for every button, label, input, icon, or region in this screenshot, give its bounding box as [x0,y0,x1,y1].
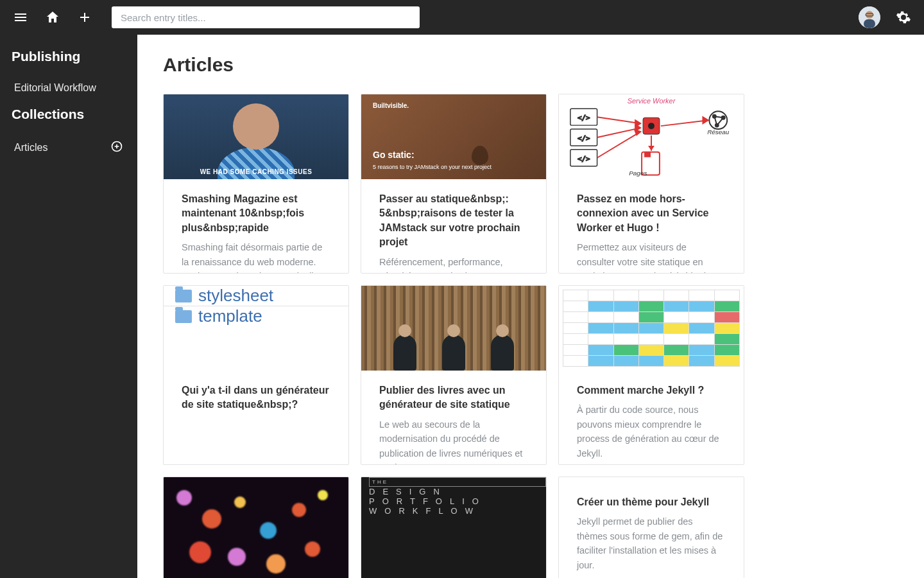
card-description: Le web au secours de la modernisation du… [379,417,528,464]
card-title: Passer au statique&nbsp;: 5&nbsp;raisons… [379,192,528,250]
article-card[interactable]: Service Worker </> </> </> [558,94,744,274]
article-card[interactable]: Smashing Magazine est maintenant 10&nbsp… [163,94,349,274]
svg-text:Service Worker: Service Worker [628,97,676,105]
sidebar: Publishing Editorial Workflow Collection… [0,35,137,578]
svg-point-13 [648,123,654,129]
card-thumbnail: THE DESIGN PORTFOLIO WORKFLOW [361,477,546,578]
card-thumbnail: Service Worker </> </> </> [559,94,744,179]
svg-text:Réseau: Réseau [707,128,730,136]
card-thumbnail: Builtvisible. Go static: 5 reasons to tr… [361,94,546,179]
card-thumbnail [361,286,546,371]
sidebar-item-editorial-workflow[interactable]: Editorial Workflow [12,76,126,100]
card-title: Comment marche Jekyll ? [577,383,726,398]
card-title: Publier des livres avec un générateur de… [379,383,528,412]
sidebar-item-label: Editorial Workflow [14,82,96,94]
gear-icon[interactable] [894,8,912,26]
add-icon[interactable] [76,8,94,26]
card-description: Jekyll permet de publier des thèmes sous… [577,514,726,572]
card-description: Permettez aux visiteurs de consulter vot… [577,240,726,273]
card-title: Créer un thème pour Jekyll [577,495,726,509]
card-description: Référencement, performance, sécurité, au… [379,255,528,273]
card-title: Smashing Magazine est maintenant 10&nbsp… [182,192,330,235]
sidebar-item-label: Articles [14,142,47,153]
sidebar-heading-publishing: Publishing [12,49,126,64]
main-content: Articles Smashing Magazine est maintenan… [137,35,924,578]
svg-text:</>: </> [578,134,590,143]
home-icon[interactable] [44,8,62,26]
article-card[interactable] [163,477,349,578]
article-grid: Smashing Magazine est maintenant 10&nbsp… [163,94,898,578]
svg-text:</>: </> [578,114,590,122]
svg-rect-24 [644,152,651,157]
card-title: Passez en mode hors-connexion avec un Se… [577,192,726,235]
svg-marker-26 [648,146,654,151]
card-thumbnail: stylesheet template [164,286,348,371]
avatar[interactable] [859,6,880,28]
card-description: Smashing fait désormais partie de la ren… [182,240,330,273]
svg-point-1 [866,11,873,19]
sidebar-item-articles[interactable]: Articles [12,134,126,162]
folder-icon [175,310,192,323]
svg-text:Pages: Pages [629,170,647,177]
svg-text:</>: </> [578,155,590,163]
article-card[interactable]: Publier des livres avec un générateur de… [361,285,547,465]
menu-icon[interactable] [12,8,30,26]
card-title: Qui y'a t-il dans un générateur de site … [182,383,330,412]
topbar [0,0,924,35]
card-thumbnail [559,286,744,371]
article-card[interactable]: Builtvisible. Go static: 5 reasons to tr… [361,94,547,274]
search-input[interactable] [112,6,420,28]
sidebar-heading-collections: Collections [12,107,126,122]
page-title: Articles [163,54,898,76]
svg-rect-2 [864,19,875,28]
card-description: À partir du code source, nous pouvons mi… [577,403,726,460]
article-card[interactable]: Créer un thème pour Jekyll Jekyll permet… [558,477,744,578]
card-thumbnail [164,477,348,578]
plus-circle-icon[interactable] [110,140,123,155]
article-card[interactable]: stylesheet template Qui y'a t-il dans un… [163,285,349,465]
svg-marker-17 [703,117,708,123]
folder-icon [175,290,192,302]
article-card[interactable]: THE DESIGN PORTFOLIO WORKFLOW [361,477,547,578]
article-card[interactable]: Comment marche Jekyll ? À partir du code… [558,285,744,465]
card-thumbnail [164,94,348,179]
